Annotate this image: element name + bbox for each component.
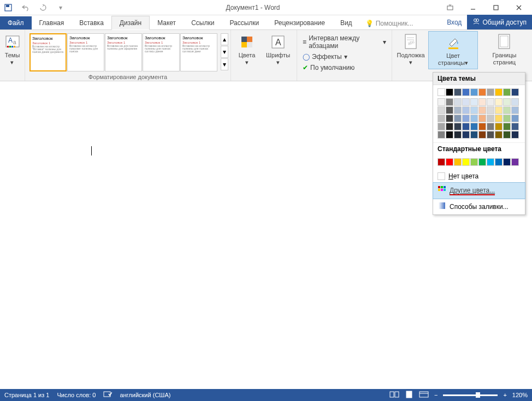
watermark-button[interactable]: abc Подложка▾ (394, 31, 428, 68)
color-swatch[interactable] (446, 98, 453, 106)
maximize-button[interactable] (486, 1, 506, 14)
color-swatch[interactable] (511, 131, 519, 139)
tab-insert[interactable]: Вставка (72, 16, 111, 29)
color-swatch[interactable] (511, 123, 519, 130)
read-mode-icon[interactable] (389, 391, 399, 399)
set-default-button[interactable]: ✔По умолчанию (299, 63, 358, 73)
color-swatch[interactable] (478, 123, 486, 130)
color-swatch[interactable] (462, 123, 470, 130)
color-swatch[interactable] (454, 123, 462, 130)
color-swatch[interactable] (503, 106, 511, 114)
color-swatch[interactable] (470, 158, 478, 166)
color-swatch[interactable] (470, 131, 478, 139)
color-swatch[interactable] (487, 88, 494, 96)
page-color-button[interactable]: Цвет страницы▾ (428, 31, 477, 69)
color-swatch[interactable] (446, 123, 453, 130)
page-borders-button[interactable]: Границы страниц (479, 31, 530, 68)
paragraph-spacing-button[interactable]: ≡Интервал между абзацами ▾ (299, 33, 389, 51)
themes-button[interactable]: Aa Темы▾ (0, 31, 26, 68)
color-swatch[interactable] (462, 106, 470, 114)
zoom-level[interactable]: 120% (512, 392, 528, 398)
effects-button[interactable]: ◯Эффекты ▾ (299, 52, 351, 62)
share-button[interactable]: Общий доступ (467, 15, 532, 29)
color-swatch[interactable] (503, 115, 511, 122)
tell-me-search[interactable]: 💡 Помощник... (360, 17, 419, 29)
color-swatch[interactable] (478, 106, 486, 114)
color-swatch[interactable] (503, 158, 511, 166)
gallery-down-icon[interactable]: ▾ (221, 46, 228, 58)
color-swatch[interactable] (495, 131, 503, 139)
color-swatch[interactable] (438, 98, 445, 106)
color-swatch[interactable] (495, 98, 503, 106)
color-swatch[interactable] (503, 88, 511, 96)
color-swatch[interactable] (495, 158, 503, 166)
color-swatch[interactable] (495, 106, 503, 114)
color-swatch[interactable] (487, 158, 494, 166)
signin-button[interactable]: Вход (441, 16, 467, 29)
style-set-gallery[interactable]: ЗаголовокЗаголовок 1Вставлен на иллюстр … (27, 31, 220, 74)
color-swatch[interactable] (470, 106, 478, 114)
style-set-item[interactable]: ЗаголовокЗаголовок 1Вставлен на иллюстр … (143, 33, 180, 71)
color-swatch[interactable] (462, 98, 470, 106)
color-swatch[interactable] (454, 88, 462, 96)
no-color-item[interactable]: Нет цвета (433, 170, 525, 183)
more-colors-item[interactable]: Другие цвета... (433, 182, 525, 199)
color-swatch[interactable] (487, 115, 494, 122)
print-layout-icon[interactable] (405, 391, 413, 399)
minimize-button[interactable] (463, 1, 483, 14)
zoom-slider[interactable] (443, 394, 498, 396)
zoom-out-button[interactable]: − (434, 392, 438, 398)
tab-layout[interactable]: Макет (150, 16, 184, 29)
style-set-item[interactable]: ЗаголовокЗаголовок 1Вставлен на иллюстр … (67, 33, 104, 71)
fill-effects-item[interactable]: Способы заливки... (433, 199, 525, 214)
color-swatch[interactable] (438, 131, 445, 139)
color-swatch[interactable] (478, 158, 486, 166)
tab-home[interactable]: Главная (32, 16, 72, 29)
color-swatch[interactable] (511, 88, 519, 96)
color-swatch[interactable] (454, 158, 462, 166)
tab-references[interactable]: Ссылки (184, 16, 222, 29)
color-swatch[interactable] (446, 115, 453, 122)
tab-review[interactable]: Рецензирование (267, 16, 333, 29)
tab-design[interactable]: Дизайн (111, 16, 150, 30)
color-swatch[interactable] (503, 131, 511, 139)
undo-icon[interactable] (21, 3, 31, 13)
color-swatch[interactable] (462, 158, 470, 166)
style-set-item[interactable]: ЗаголовокЗаголовок 1Вставлен на иллюстр … (180, 33, 217, 71)
color-swatch[interactable] (438, 123, 445, 130)
color-swatch[interactable] (470, 98, 478, 106)
color-swatch[interactable] (487, 106, 494, 114)
color-swatch[interactable] (478, 115, 486, 122)
color-swatch[interactable] (454, 98, 462, 106)
color-swatch[interactable] (495, 115, 503, 122)
gallery-more-icon[interactable]: ▾ (221, 58, 228, 70)
tab-file[interactable]: Файл (0, 16, 32, 29)
color-swatch[interactable] (462, 115, 470, 122)
web-layout-icon[interactable] (419, 391, 429, 399)
color-swatch[interactable] (446, 106, 453, 114)
color-swatch[interactable] (454, 131, 462, 139)
color-swatch[interactable] (495, 88, 503, 96)
page-count[interactable]: Страница 1 из 1 (4, 392, 49, 398)
color-swatch[interactable] (462, 88, 470, 96)
color-swatch[interactable] (478, 131, 486, 139)
color-swatch[interactable] (438, 106, 445, 114)
color-swatch[interactable] (511, 106, 519, 114)
zoom-in-button[interactable]: + (503, 392, 506, 398)
spellcheck-icon[interactable] (103, 391, 112, 399)
save-icon[interactable] (3, 3, 13, 13)
color-swatch[interactable] (470, 88, 478, 96)
color-swatch[interactable] (446, 131, 453, 139)
color-swatch[interactable] (487, 98, 494, 106)
tab-view[interactable]: Вид (333, 16, 360, 29)
colors-button[interactable]: Цвета▾ (233, 31, 261, 68)
word-count[interactable]: Число слов: 0 (57, 392, 96, 398)
close-button[interactable] (509, 1, 529, 14)
language-status[interactable]: английский (США) (120, 392, 170, 398)
style-set-item[interactable]: ЗаголовокЗаголовок 1Вставлен на иллюстр … (29, 33, 67, 71)
gallery-up-icon[interactable]: ▴ (221, 33, 228, 45)
color-swatch[interactable] (470, 115, 478, 122)
ribbon-options-icon[interactable] (440, 1, 460, 14)
redo-icon[interactable] (38, 3, 48, 13)
color-swatch[interactable] (503, 123, 511, 130)
